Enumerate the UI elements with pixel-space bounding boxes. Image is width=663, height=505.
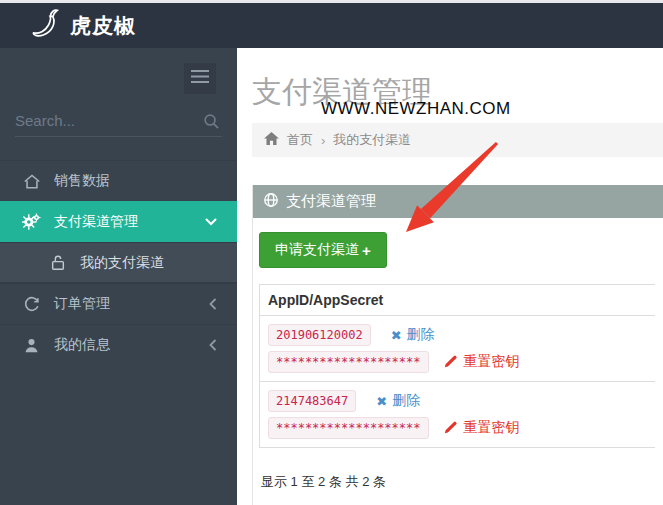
recycle-icon — [22, 295, 41, 313]
table-header-appid-appsecret: AppID/AppSecret — [260, 285, 656, 316]
sidebar-item-payment-channel-management[interactable]: 支付渠道管理 — [0, 201, 237, 242]
sidebar-search — [15, 112, 222, 137]
sidebar-item-label: 我的支付渠道 — [80, 254, 217, 272]
breadcrumb-current: 我的支付渠道 — [333, 131, 411, 149]
sidebar-item-label: 订单管理 — [54, 295, 196, 313]
reset-secret-link[interactable]: 重置密钥 — [444, 419, 520, 437]
chevron-left-icon — [209, 298, 217, 310]
sidebar: 销售数据 支付渠道管理 — [0, 48, 237, 505]
sidebar-item-my-payment-channels[interactable]: 我的支付渠道 — [0, 242, 237, 283]
reset-label: 重置密钥 — [464, 353, 520, 371]
user-icon — [22, 337, 41, 354]
table-info-text: 显示 1 至 2 条 共 2 条 — [261, 473, 655, 505]
delete-label: 删除 — [407, 326, 435, 344]
app-secret-value: ******************** — [268, 417, 429, 439]
sidebar-menu: 销售数据 支付渠道管理 — [0, 160, 237, 365]
reset-label: 重置密钥 — [464, 419, 520, 437]
sidebar-item-order-management[interactable]: 订单管理 — [0, 283, 237, 324]
table-row: 2147483647 ✖ 删除 ******************** — [260, 382, 656, 448]
sidebar-item-my-info[interactable]: 我的信息 — [0, 324, 237, 365]
gears-icon — [22, 213, 41, 231]
sidebar-item-sales-data[interactable]: 销售数据 — [0, 160, 237, 201]
table-row: 201906120002 ✖ 删除 ******************** — [260, 316, 656, 382]
app-secret-value: ******************** — [268, 351, 429, 373]
search-input[interactable] — [15, 112, 222, 129]
brand-logo[interactable]: 虎皮椒 — [28, 7, 136, 44]
pencil-icon — [444, 420, 458, 437]
pencil-icon — [444, 354, 458, 371]
home-icon — [264, 132, 279, 148]
chili-pepper-icon — [28, 7, 62, 44]
breadcrumb: 首页 › 我的支付渠道 — [252, 123, 663, 157]
panel-title: 支付渠道管理 — [286, 192, 376, 211]
globe-icon — [263, 192, 279, 211]
watermark-text: WWW.NEWZHAN.COM — [321, 99, 511, 119]
reset-secret-link[interactable]: 重置密钥 — [444, 353, 520, 371]
chevron-left-icon — [209, 339, 217, 351]
top-navbar: 虎皮椒 — [0, 3, 663, 48]
panel-body: 申请支付渠道 + AppID/AppSecret 2019061200 — [253, 218, 663, 505]
plus-icon: + — [362, 242, 371, 259]
hamburger-icon — [191, 70, 209, 87]
delete-link[interactable]: ✖ 删除 — [391, 326, 435, 344]
home-icon — [22, 173, 41, 190]
apply-button-label: 申请支付渠道 — [275, 241, 359, 259]
search-icon[interactable] — [203, 113, 220, 133]
chevron-down-icon — [205, 218, 217, 226]
breadcrumb-home-link[interactable]: 首页 — [287, 131, 313, 149]
breadcrumb-separator: › — [321, 133, 325, 148]
panel-header: 支付渠道管理 — [253, 185, 663, 218]
sidebar-item-label: 我的信息 — [54, 336, 196, 354]
sidebar-item-label: 销售数据 — [54, 172, 217, 190]
delete-x-icon: ✖ — [376, 394, 387, 409]
delete-label: 删除 — [392, 392, 420, 410]
app-id-value: 201906120002 — [268, 324, 371, 346]
main-content: 支付渠道管理 WWW.NEWZHAN.COM 首页 › 我的支付渠道 — [237, 48, 663, 505]
lock-icon — [48, 254, 67, 271]
apply-payment-channel-button[interactable]: 申请支付渠道 + — [259, 232, 387, 268]
sidebar-item-label: 支付渠道管理 — [54, 213, 192, 231]
sidebar-toggle-button[interactable] — [184, 63, 216, 94]
delete-x-icon: ✖ — [391, 328, 402, 343]
brand-title: 虎皮椒 — [70, 12, 136, 40]
payment-channel-panel: 支付渠道管理 申请支付渠道 + AppID/AppSecret — [252, 185, 663, 505]
app-id-value: 2147483647 — [268, 390, 356, 412]
credentials-table: AppID/AppSecret 201906120002 ✖ 删除 — [259, 284, 655, 448]
delete-link[interactable]: ✖ 删除 — [376, 392, 420, 410]
